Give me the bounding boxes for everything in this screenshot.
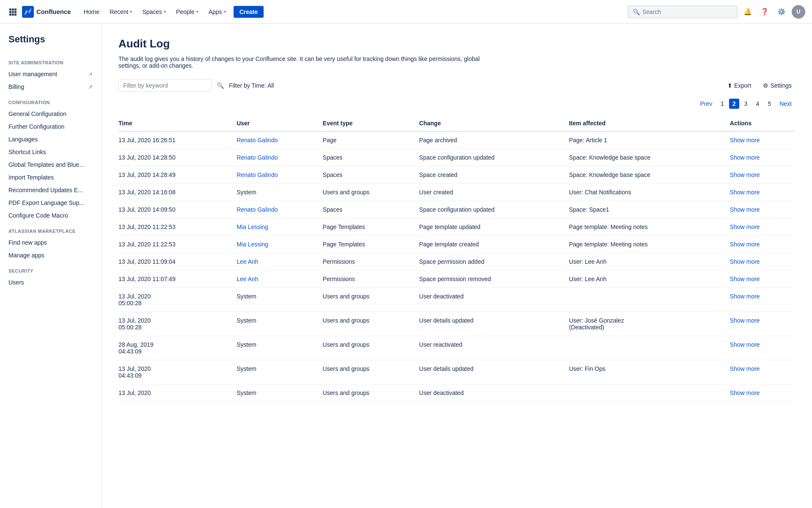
show-more-link[interactable]: Show more (730, 224, 760, 230)
grid-icon[interactable] (7, 6, 19, 18)
show-more-link[interactable]: Show more (730, 341, 760, 348)
show-more-link[interactable]: Show more (730, 389, 760, 396)
show-more-link[interactable]: Show more (730, 206, 760, 213)
cell-actions: Show more (730, 236, 795, 253)
prev-page-button[interactable]: Prev (696, 99, 716, 109)
sidebar-section-marketplace: ATLASSIAN MARKETPLACE (0, 222, 101, 236)
table-row: 13 Jul, 2020 14:28:50Renato GalindoSpace… (118, 149, 795, 166)
cell-time: 13 Jul, 2020 11:07:49 (118, 271, 237, 288)
sidebar-item-configure-code-macro[interactable]: Configure Code Macro (0, 209, 101, 222)
show-more-link[interactable]: Show more (730, 258, 760, 265)
filter-search-icon[interactable]: 🔍 (217, 82, 224, 89)
search-icon: 🔍 (633, 8, 640, 15)
filter-time-selector[interactable]: Filter by Time: All (229, 82, 274, 89)
page-5-button[interactable]: 5 (764, 99, 774, 109)
export-button[interactable]: ⬆ Export (724, 80, 754, 91)
show-more-link[interactable]: Show more (730, 276, 760, 282)
table-row: 28 Aug, 2019 04:43:09SystemUsers and gro… (118, 336, 795, 360)
show-more-link[interactable]: Show more (730, 171, 760, 178)
show-more-link[interactable]: Show more (730, 137, 760, 144)
audit-settings-button[interactable]: ⚙ Settings (760, 80, 795, 91)
cell-change: User details updated (419, 312, 569, 336)
cell-event-type: Permissions (323, 271, 419, 288)
page-layout: Settings SITE ADMINISTRATION User manage… (0, 24, 812, 508)
user-link[interactable]: Mia Lessing (237, 241, 268, 248)
avatar[interactable]: U (792, 5, 805, 19)
cell-time: 13 Jul, 2020 (118, 384, 237, 402)
notifications-button[interactable]: 🔔 (741, 5, 754, 19)
page-1-button[interactable]: 1 (717, 99, 727, 109)
external-link-icon: ↗ (88, 84, 93, 90)
sidebar-item-import-templates[interactable]: Import Templates (0, 171, 101, 184)
user-link[interactable]: Renato Galindo (237, 137, 278, 144)
audit-log-table: Time User Event type Change Item affecte… (118, 116, 795, 402)
user-link[interactable]: Lee Anh (237, 258, 258, 265)
sidebar-item-users[interactable]: Users (0, 276, 101, 289)
page-description: The audit log gives you a history of cha… (118, 55, 499, 69)
search-input[interactable] (642, 8, 732, 15)
show-more-link[interactable]: Show more (730, 317, 760, 324)
cell-event-type: Spaces (323, 201, 419, 218)
sidebar-item-global-templates[interactable]: Global Templates and Blue... (0, 158, 101, 171)
cell-event-type: Page Templates (323, 236, 419, 253)
cell-change: Space permission removed (419, 271, 569, 288)
page-4-button[interactable]: 4 (753, 99, 763, 109)
show-more-link[interactable]: Show more (730, 189, 760, 196)
recent-nav-link[interactable]: Recent ▾ (105, 6, 136, 18)
cell-actions: Show more (730, 131, 795, 149)
sidebar-section-configuration: CONFIGURATION (0, 93, 101, 108)
people-chevron-icon: ▾ (196, 9, 198, 14)
sidebar-item-languages[interactable]: Languages (0, 133, 101, 146)
cell-user: System (237, 288, 322, 312)
cell-event-type: Page Templates (323, 218, 419, 236)
cell-change: User details updated (419, 360, 569, 384)
next-page-button[interactable]: Next (776, 99, 795, 109)
filter-keyword-input-container[interactable] (118, 79, 212, 92)
sidebar-item-pdf-export[interactable]: PDF Export Language Sup... (0, 196, 101, 209)
user-link[interactable]: Mia Lessing (237, 224, 268, 230)
sidebar-item-recommended-updates[interactable]: Recommended Updates E... (0, 184, 101, 196)
sidebar-item-further-config[interactable]: Further Configuration (0, 120, 101, 133)
sidebar-item-general-config[interactable]: General Configuration (0, 108, 101, 120)
people-nav-link[interactable]: People ▾ (172, 6, 203, 18)
user-link[interactable]: Lee Anh (237, 276, 258, 282)
page-3-button[interactable]: 3 (741, 99, 751, 109)
show-more-link[interactable]: Show more (730, 241, 760, 248)
show-more-link[interactable]: Show more (730, 365, 760, 372)
settings-button[interactable]: ⚙️ (775, 5, 788, 19)
cell-user: Lee Anh (237, 253, 322, 271)
spaces-nav-link[interactable]: Spaces ▾ (138, 6, 170, 18)
cell-item-affected: Space: Knowledge base space (569, 149, 730, 166)
cell-actions: Show more (730, 384, 795, 402)
table-row: 13 Jul, 2020 05:00:28SystemUsers and gro… (118, 312, 795, 336)
cell-item-affected: User: Fin Ops (569, 360, 730, 384)
user-link[interactable]: Renato Galindo (237, 154, 278, 161)
cell-user: Lee Anh (237, 271, 322, 288)
create-button[interactable]: Create (234, 6, 264, 18)
help-button[interactable]: ❓ (758, 5, 771, 19)
user-link[interactable]: Renato Galindo (237, 171, 278, 178)
user-link[interactable]: Renato Galindo (237, 206, 278, 213)
show-more-link[interactable]: Show more (730, 154, 760, 161)
filter-keyword-input[interactable] (123, 82, 207, 89)
confluence-logo[interactable]: Confluence (22, 6, 71, 18)
cell-actions: Show more (730, 312, 795, 336)
sidebar-item-manage-apps[interactable]: Manage apps (0, 249, 101, 262)
main-content: Audit Log The audit log gives you a hist… (102, 24, 812, 508)
sidebar-item-shortcut-links[interactable]: Shortcut Links (0, 146, 101, 158)
home-nav-link[interactable]: Home (80, 6, 104, 18)
sidebar-item-billing[interactable]: Billing ↗ (0, 80, 101, 93)
sidebar-item-find-new-apps[interactable]: Find new apps (0, 236, 101, 249)
cell-change: Space created (419, 166, 569, 184)
search-bar[interactable]: 🔍 (628, 6, 738, 18)
sidebar-item-user-management[interactable]: User management ↗ (0, 68, 101, 80)
cell-time: 28 Aug, 2019 04:43:09 (118, 336, 237, 360)
cell-time: 13 Jul, 2020 14:09:50 (118, 201, 237, 218)
show-more-link[interactable]: Show more (730, 293, 760, 300)
page-2-button[interactable]: 2 (729, 99, 739, 109)
settings-gear-icon: ⚙ (763, 82, 768, 89)
apps-nav-link[interactable]: Apps ▾ (204, 6, 230, 18)
cell-item-affected: Space: Space1 (569, 201, 730, 218)
table-row: 13 Jul, 2020 16:26:51Renato GalindoPageP… (118, 131, 795, 149)
cell-event-type: Users and groups (323, 288, 419, 312)
